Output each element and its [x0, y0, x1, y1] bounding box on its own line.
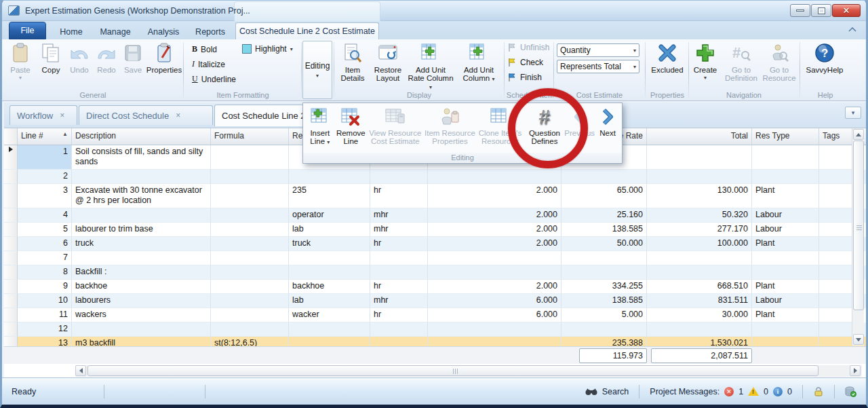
- maximize-button[interactable]: [811, 4, 831, 17]
- cell-formula[interactable]: [211, 237, 289, 251]
- cell-formula[interactable]: [211, 280, 289, 294]
- cell-unit[interactable]: [370, 265, 428, 280]
- cell-resource[interactable]: lab: [289, 223, 370, 237]
- represents-total-combobox[interactable]: Represents Total▾: [557, 60, 639, 73]
- goto-resource-button[interactable]: Go to Resource: [762, 41, 796, 82]
- cell-tags[interactable]: [819, 265, 854, 280]
- underline-button[interactable]: U Underline: [192, 74, 236, 84]
- scroll-down-button[interactable]: [853, 334, 864, 345]
- doc-tab-direct-cost-schedule[interactable]: Direct Cost Schedule ×: [79, 105, 213, 125]
- cell-resource[interactable]: [289, 265, 370, 280]
- cell-formula[interactable]: [211, 184, 289, 208]
- cell-qty[interactable]: 2.000: [428, 237, 561, 251]
- table-row[interactable]: 4operatormhr2.00025.16050.320Labour: [4, 208, 866, 223]
- row-indicator-cell[interactable]: [4, 145, 18, 170]
- cell-tags[interactable]: [819, 237, 854, 251]
- bold-button[interactable]: B Bold: [192, 44, 217, 54]
- cell-desc[interactable]: [72, 208, 211, 223]
- cell-formula[interactable]: [211, 223, 289, 237]
- table-row[interactable]: 3Excavate with 30 tonne excavator @ 2 hr…: [4, 184, 866, 208]
- cell-qty[interactable]: 2.000: [428, 280, 561, 294]
- cell-rate[interactable]: [561, 265, 647, 280]
- cell-unit[interactable]: [370, 322, 428, 337]
- cell-formula[interactable]: [211, 265, 289, 280]
- cell-tags[interactable]: [819, 294, 854, 308]
- lock-icon[interactable]: [813, 386, 824, 397]
- cell-resource[interactable]: 235: [289, 184, 370, 208]
- cell-total[interactable]: 277.170: [647, 223, 752, 237]
- cell-tags[interactable]: [819, 322, 854, 337]
- cell-res_type[interactable]: [752, 322, 819, 337]
- doc-tab-workflow[interactable]: Workflow ×: [9, 105, 77, 125]
- cell-res_type[interactable]: [752, 265, 819, 280]
- cell-res_type[interactable]: [752, 145, 819, 170]
- cell-formula[interactable]: [211, 251, 289, 265]
- cell-desc[interactable]: Backfill :: [72, 265, 211, 280]
- close-button[interactable]: ✕: [832, 4, 861, 17]
- column-header-res-type[interactable]: Res Type: [752, 128, 819, 145]
- item-resource-properties-button[interactable]: Item Resource Properties: [424, 105, 475, 145]
- cell-resource[interactable]: [289, 337, 370, 346]
- view-resource-cost-estimate-button[interactable]: View Resource Cost Estimate: [366, 105, 424, 145]
- cell-total[interactable]: 1,530.021: [647, 337, 752, 346]
- cell-tags[interactable]: [819, 170, 854, 184]
- column-header-tags[interactable]: Tags: [819, 128, 854, 145]
- row-indicator-cell[interactable]: [4, 322, 18, 337]
- cell-resource[interactable]: [289, 170, 370, 184]
- cell-rate[interactable]: 334.255: [561, 280, 647, 294]
- save-button[interactable]: Save: [121, 41, 145, 74]
- goto-definition-button[interactable]: # Go to Definition: [722, 41, 760, 82]
- cell-unit[interactable]: hr: [370, 308, 428, 322]
- next-button[interactable]: Next: [595, 105, 620, 137]
- table-row[interactable]: 12: [4, 322, 866, 337]
- table-row[interactable]: 6trucktruckhr2.00050.000100.000Plant: [4, 237, 866, 251]
- cell-tags[interactable]: [819, 308, 854, 322]
- tab-manage[interactable]: Manage: [94, 24, 136, 39]
- column-header-formula[interactable]: Formula: [211, 128, 289, 145]
- cell-qty[interactable]: [428, 322, 561, 337]
- cell-desc[interactable]: backhoe: [72, 280, 211, 294]
- cell-desc[interactable]: Excavate with 30 tonne excavator @ 2 hrs…: [72, 184, 211, 208]
- tab-reports[interactable]: Reports: [191, 24, 230, 39]
- cell-total[interactable]: 668.510: [647, 280, 752, 294]
- cell-rate[interactable]: [561, 251, 647, 265]
- cell-total[interactable]: [647, 265, 752, 280]
- cell-rate[interactable]: 5.000: [561, 308, 647, 322]
- cell-unit[interactable]: mhr: [370, 223, 428, 237]
- cell-line[interactable]: 8: [18, 265, 72, 280]
- table-row[interactable]: 11wackerswackerhr6.0005.00030.000Plant: [4, 308, 866, 322]
- add-unit-rate-column-button[interactable]: Add Unit Rate Column ▾: [408, 41, 454, 92]
- redo-button[interactable]: Redo: [94, 41, 119, 74]
- cell-formula[interactable]: [211, 145, 289, 170]
- cell-formula[interactable]: st(8:12,6.5): [211, 337, 289, 346]
- add-unit-column-button[interactable]: Add Unit Column ▾: [458, 41, 500, 84]
- table-row[interactable]: 7: [4, 251, 866, 265]
- row-indicator-cell[interactable]: [4, 265, 18, 280]
- remove-line-button[interactable]: Remove Line: [336, 105, 367, 145]
- title-bar[interactable]: Expert Estimation Genesis (Workshop Demo…: [2, 1, 866, 21]
- cell-line[interactable]: 7: [18, 251, 72, 265]
- cell-resource[interactable]: truck: [289, 237, 370, 251]
- row-indicator-cell[interactable]: [4, 308, 18, 322]
- cell-desc[interactable]: labourer to trim base: [72, 223, 211, 237]
- cell-line[interactable]: 2: [18, 170, 72, 184]
- check-button[interactable]: Check: [507, 58, 543, 67]
- cell-unit[interactable]: [370, 251, 428, 265]
- cell-unit[interactable]: [370, 337, 428, 346]
- table-row[interactable]: 8Backfill :: [4, 265, 866, 280]
- row-indicator-cell[interactable]: [4, 184, 18, 208]
- copy-button[interactable]: Copy: [37, 41, 64, 74]
- scroll-left-button[interactable]: [75, 365, 86, 376]
- table-row[interactable]: 5labourer to trim baselabmhr2.000138.585…: [4, 223, 866, 237]
- tab-analysis[interactable]: Analysis: [143, 24, 184, 39]
- unfinish-button[interactable]: Unfinish: [507, 43, 549, 52]
- project-messages-label[interactable]: Project Messages:: [650, 387, 719, 396]
- cell-line[interactable]: 12: [18, 322, 72, 337]
- create-button[interactable]: Create ▾: [690, 41, 720, 82]
- cell-qty[interactable]: 6.000: [428, 308, 561, 322]
- cell-qty[interactable]: [428, 265, 561, 280]
- table-row[interactable]: 2: [4, 170, 866, 184]
- cell-tags[interactable]: [819, 208, 854, 223]
- cell-line[interactable]: 1: [18, 145, 72, 170]
- minimize-button[interactable]: [790, 4, 810, 17]
